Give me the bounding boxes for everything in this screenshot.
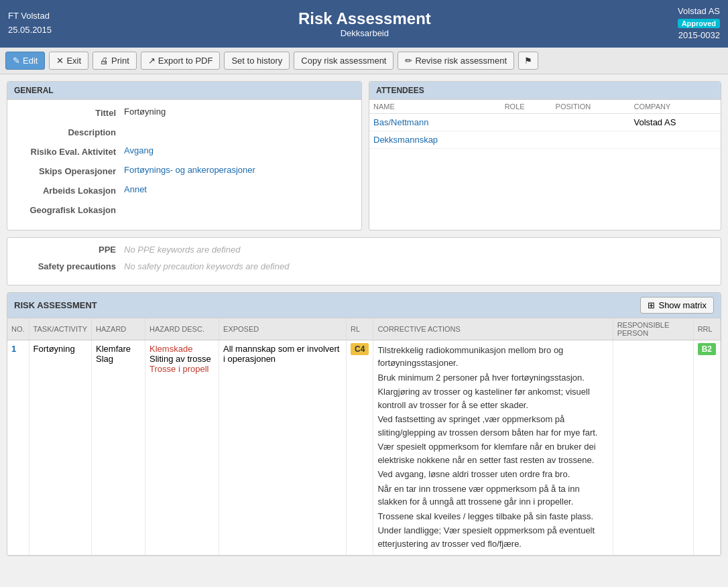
col-rl: RL (347, 318, 373, 340)
tittel-value: Fortøyning (124, 107, 166, 117)
app-header: FT Volstad 25.05.2015 Risk Assessment De… (0, 0, 728, 48)
geografisk-label: Geografisk Lokasjon (17, 204, 124, 215)
risk-responsible (613, 340, 693, 556)
risk-no: 1 (7, 340, 29, 556)
toolbar: ✎ Edit ✕ Exit 🖨 Print ↗ Export to PDF Se… (0, 48, 728, 74)
flag-icon: ⚑ (524, 56, 532, 66)
right-company: Volstad AS (678, 5, 720, 17)
ppe-label: PPE (17, 245, 124, 255)
set-history-label: Set to history (231, 56, 282, 66)
general-panel: GENERAL Tittel Fortøyning Description Ri… (7, 81, 362, 231)
attendee-company-1: Volstad AS (629, 113, 721, 131)
edit-icon: ✎ (13, 56, 20, 66)
risk-row: 1 Fortøyning Klemfare Slag Klemskade Sli… (7, 340, 721, 556)
arbeids-label: Arbeids Lokasjon (17, 184, 124, 196)
attendee-company-2 (629, 131, 721, 148)
skips-value: Fortøynings- og ankeroperasjoner (124, 165, 255, 175)
risk-table: NO. TASK/ACTIVITY HAZARD HAZARD DESC. EX… (7, 318, 721, 556)
page-subtitle: Dekksarbeid (298, 28, 431, 38)
col-exposed: EXPOSED (219, 318, 347, 340)
edit-label: Edit (23, 56, 38, 66)
close-icon: ✕ (56, 56, 64, 66)
risk-rrl: B2 (693, 340, 720, 556)
rrl-badge: B2 (698, 343, 716, 355)
export-pdf-button[interactable]: ↗ Export to PDF (141, 52, 221, 70)
revise-icon: ✏ (405, 56, 412, 66)
exit-button[interactable]: ✕ Exit (49, 52, 88, 70)
col-rrl: RRL (693, 318, 720, 340)
print-icon: 🖨 (100, 56, 109, 66)
attendees-col-headers: NAME ROLE POSITION COMPANY (369, 100, 721, 114)
col-role: ROLE (501, 100, 552, 114)
rl-badge: C4 (351, 343, 369, 355)
revise-label: Revise risk assessment (415, 56, 507, 66)
show-matrix-label: Show matrix (658, 300, 707, 310)
field-arbeids: Arbeids Lokasjon Annet (17, 184, 352, 196)
field-risiko: Risiko Eval. Aktivitet Avgang (17, 145, 352, 157)
attendee-role-2 (501, 131, 552, 148)
safety-value: No safety precaution keywords are define… (124, 261, 289, 271)
edit-button[interactable]: ✎ Edit (5, 52, 45, 70)
risk-header: RISK ASSESSMENT ⊞ Show matrix (7, 293, 721, 318)
col-hazard-desc: HAZARD DESC. (145, 318, 219, 340)
revise-button[interactable]: ✏ Revise risk assessment (398, 52, 514, 70)
col-no: NO. (7, 318, 29, 340)
col-responsible: RESPONSIBLE PERSON (613, 318, 693, 340)
col-name: NAME (369, 100, 501, 114)
attendee-name-2: Dekksmannskap (369, 131, 501, 148)
risk-hazard-desc: Klemskade Sliting av trosse Trosse i pro… (145, 340, 219, 556)
general-header: GENERAL (7, 82, 361, 100)
risk-panel: RISK ASSESSMENT ⊞ Show matrix NO. TASK/A… (7, 292, 721, 557)
main-content: GENERAL Tittel Fortøyning Description Ri… (0, 74, 728, 564)
set-history-button[interactable]: Set to history (224, 52, 290, 70)
copy-button[interactable]: Copy risk assessment (294, 52, 393, 70)
exit-label: Exit (66, 56, 81, 66)
flag-button[interactable]: ⚑ (518, 52, 538, 70)
risk-task: Fortøyning (29, 340, 91, 556)
skips-label: Skips Operasjoner (17, 165, 124, 176)
risk-hazard: Klemfare Slag (92, 340, 145, 556)
page-title: Risk Assessment (298, 9, 431, 28)
print-label: Print (111, 56, 129, 66)
safety-label: Safety precautions (17, 261, 124, 271)
export-pdf-label: Export to PDF (158, 56, 213, 66)
attendee-row: Dekksmannskap (369, 131, 721, 148)
header-date: 25.05.2015 (8, 23, 52, 38)
risk-corrective: Tilstrekkelig radiokommunikasjon mellom … (373, 340, 613, 556)
show-matrix-button[interactable]: ⊞ Show matrix (640, 297, 714, 314)
ppe-row: PPE No PPE keywords are defined (17, 245, 711, 255)
ppe-value: No PPE keywords are defined (124, 245, 240, 255)
matrix-icon: ⊞ (648, 300, 655, 310)
col-corrective: CORRECTIVE ACTIONS (373, 318, 613, 340)
ppe-body: PPE No PPE keywords are defined Safety p… (7, 238, 721, 285)
risiko-value: Avgang (124, 145, 154, 155)
attendees-header: ATTENDEES (369, 82, 721, 100)
description-label: Description (17, 126, 124, 137)
risk-table-wrapper: NO. TASK/ACTIVITY HAZARD HAZARD DESC. EX… (7, 318, 721, 556)
col-company: COMPANY (629, 100, 721, 114)
field-skips: Skips Operasjoner Fortøynings- og ankero… (17, 165, 352, 176)
attendees-panel: ATTENDEES NAME ROLE POSITION COMPANY Bas… (369, 81, 721, 231)
col-task: TASK/ACTIVITY (29, 318, 91, 340)
attendee-position-1 (552, 113, 630, 131)
company-name: FT Volstad (8, 9, 52, 23)
field-description: Description (17, 126, 352, 137)
col-hazard: HAZARD (92, 318, 145, 340)
header-left: FT Volstad 25.05.2015 (8, 9, 52, 38)
attendees-table: NAME ROLE POSITION COMPANY Bas/Nettmann … (369, 100, 721, 149)
risiko-label: Risiko Eval. Aktivitet (17, 145, 124, 157)
top-panels: GENERAL Tittel Fortøyning Description Ri… (7, 81, 721, 231)
attendees-body: NAME ROLE POSITION COMPANY Bas/Nettmann … (369, 100, 721, 149)
col-position: POSITION (552, 100, 630, 114)
header-center: Risk Assessment Dekksarbeid (298, 9, 431, 38)
attendee-row: Bas/Nettmann Volstad AS (369, 113, 721, 131)
export-icon: ↗ (148, 56, 156, 66)
safety-row: Safety precautions No safety precaution … (17, 261, 711, 271)
print-button[interactable]: 🖨 Print (93, 52, 137, 70)
doc-number: 2015-0032 (678, 29, 720, 42)
copy-label: Copy risk assessment (301, 56, 386, 66)
risk-rl: C4 (347, 340, 373, 556)
risk-exposed: All mannskap som er involvert i operasjo… (219, 340, 347, 556)
ppe-panel: PPE No PPE keywords are defined Safety p… (7, 237, 721, 285)
field-tittel: Tittel Fortøyning (17, 107, 352, 118)
